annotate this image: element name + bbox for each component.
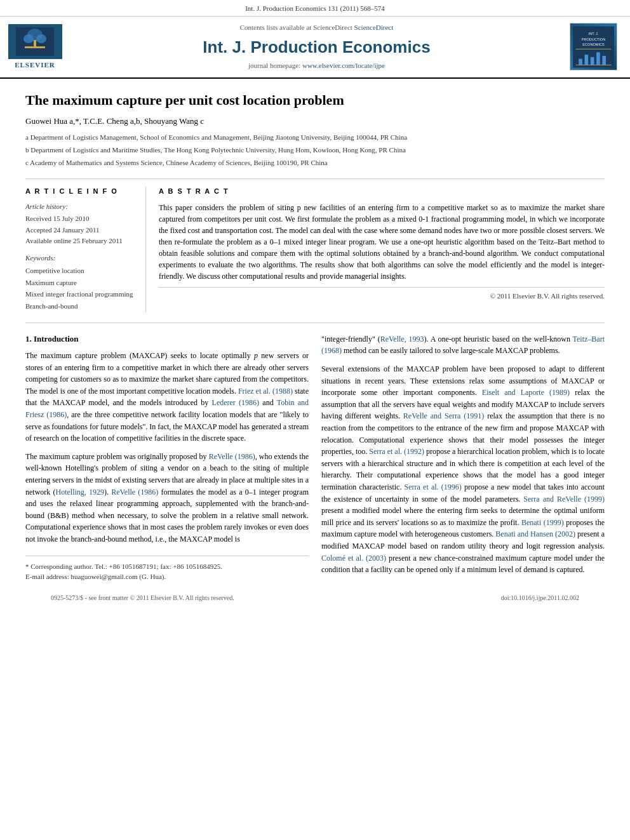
section1-right-paragraph-1: "integer-friendly" (ReVelle, 1993). A on… [321,333,605,357]
section1-paragraph-1: The maximum capture problem (MAXCAP) see… [25,350,309,444]
article-history: Article history: Received 15 July 2010 A… [25,202,137,247]
ref-serra1992[interactable]: Serra et al. (1992) [369,447,424,456]
sciencedirect-info: Contents lists available at ScienceDirec… [64,23,570,32]
svg-point-3 [23,34,34,43]
ref-teitz-bart[interactable]: Teitz–Bart (1968) [321,335,605,356]
paper-title: The maximum capture per unit cost locati… [25,91,605,110]
svg-rect-12 [585,55,589,65]
keyword-4: Branch-and-bound [25,300,137,312]
ref-revelle1986b[interactable]: ReVelle (1986) [111,488,158,497]
elsevier-logo: ELSEVIER [6,24,64,70]
svg-rect-15 [602,56,606,65]
keywords-section: Keywords: Competitive location Maximum c… [25,253,137,312]
ref-serra1996[interactable]: Serra et al. (1996) [405,483,462,491]
svg-text:INT. J.: INT. J. [589,32,599,36]
ref-hotelling[interactable]: Hotelling, 1929 [56,488,105,497]
svg-text:PRODUCTION: PRODUCTION [582,37,605,41]
ref-friez[interactable]: Friez et al. (1988) [238,387,293,396]
body-right-column: "integer-friendly" (ReVelle, 1993). A on… [321,333,605,582]
svg-point-4 [36,34,46,43]
footnote-corresponding: * Corresponding author. Tel.: +86 105168… [25,561,309,572]
article-info-section: A R T I C L E I N F O Article history: R… [25,187,146,312]
journal-header: ELSEVIER Contents lists available at Sci… [0,17,630,78]
ref-revelle1986[interactable]: ReVelle (1986) [209,452,255,461]
received-date: Received 15 July 2010 [25,213,137,225]
section1-heading: 1. Introduction [25,333,309,345]
affiliation-a: a Department of Logistics Management, Sc… [25,132,605,143]
ref-lederer[interactable]: Lederer (1986) [212,398,260,407]
doi: doi:10.1016/j.ijpe.2011.02.002 [501,594,579,603]
history-label: Article history: [25,202,137,211]
affiliations: a Department of Logistics Management, Sc… [25,132,605,168]
journal-homepage: journal homepage: www.elsevier.com/locat… [64,61,570,70]
sciencedirect-link[interactable]: ScienceDirect [354,23,394,31]
section1-right-paragraph-2: Several extensions of the MAXCAP problem… [321,363,605,576]
ref-eiselt[interactable]: Eiselt and Laporte (1989) [482,388,570,397]
elsevier-label: ELSEVIER [15,60,55,70]
keyword-1: Competitive location [25,265,137,277]
article-info-abstract: A R T I C L E I N F O Article history: R… [25,178,605,312]
article-info-title: A R T I C L E I N F O [25,187,137,196]
ref-colome[interactable]: Colomé et al. (2003) [321,554,386,563]
journal-url[interactable]: www.elsevier.com/locate/ijpe [302,62,385,69]
accepted-date: Accepted 24 January 2011 [25,225,137,236]
body-left-column: 1. Introduction The maximum capture prob… [25,333,309,582]
affiliation-b: b Department of Logistics and Maritime S… [25,145,605,156]
svg-rect-10 [576,49,612,50]
ref-benati[interactable]: Benati (1999) [521,518,564,527]
footnote-area: * Corresponding author. Tel.: +86 105168… [25,556,309,582]
svg-text:ECONOMICS: ECONOMICS [582,43,605,46]
journal-reference: Int. J. Production Economics 131 (2011) … [0,0,630,17]
journal-title: Int. J. Production Economics [64,36,570,58]
available-date: Available online 25 February 2011 [25,236,137,247]
footer-bar: 0925-5273/$ - see front matter © 2011 El… [25,590,605,606]
svg-rect-16 [576,65,612,65]
ref-benati-hansen[interactable]: Benati and Hansen (2002) [495,530,575,538]
footnote-email: E-mail address: huaguowei@gmail.com (G. … [25,571,309,582]
svg-rect-11 [579,59,582,65]
ref-revelle1993[interactable]: ReVelle, 1993 [380,335,424,343]
journal-thumbnail-image: INT. J. PRODUCTION ECONOMICS [570,23,617,70]
main-content: The maximum capture per unit cost locati… [0,79,630,619]
abstract-text: This paper considers the problem of siti… [159,202,605,282]
ref-revelle-serra[interactable]: ReVelle and Serra (1991) [403,411,484,420]
svg-rect-13 [591,57,594,65]
abstract-title: A B S T R A C T [159,187,605,196]
abstract-section: A B S T R A C T This paper considers the… [159,187,605,312]
keyword-3: Mixed integer fractional programming [25,288,137,300]
keywords-label: Keywords: [25,253,137,263]
body-content: 1. Introduction The maximum capture prob… [25,323,605,582]
elsevier-logo-image [8,24,62,59]
page: Int. J. Production Economics 131 (2011) … [0,0,630,840]
svg-rect-5 [25,46,45,48]
affiliation-c: c Academy of Mathematics and Systems Sci… [25,157,605,169]
ref-tobin[interactable]: Tobin and Friesz (1986) [25,398,309,419]
issn: 0925-5273/$ - see front matter © 2011 El… [51,594,234,603]
authors: Guowei Hua a,*, T.C.E. Cheng a,b, Shouya… [25,116,605,127]
keyword-2: Maximum capture [25,277,137,289]
copyright: © 2011 Elsevier B.V. All rights reserved… [159,287,605,301]
section1-paragraph-2: The maximum capture problem was original… [25,451,309,545]
ref-serra-revelle[interactable]: Serra and ReVelle (1999) [523,495,605,503]
journal-center: Contents lists available at ScienceDirec… [64,23,570,70]
svg-rect-14 [596,52,600,65]
